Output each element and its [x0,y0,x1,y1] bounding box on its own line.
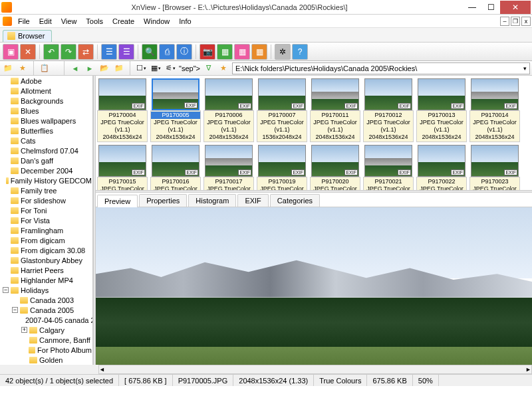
view-list-button[interactable]: ☰ [101,44,117,60]
tree-node[interactable]: Golden [0,355,93,365]
settings-button[interactable]: ✲ [275,44,291,60]
thumbnail[interactable]: EXIFP9170016JPEG TrueColor (v1.1)2048x15… [150,145,201,190]
expand-icon[interactable]: − [3,287,9,293]
copy-icon[interactable]: 📋 [39,62,51,74]
thumbnail[interactable]: EXIFP9170007JPEG TrueColor (v1.1)1536x20… [257,78,307,142]
menu-create[interactable]: Create [108,16,139,27]
refresh-button[interactable]: 📁 [113,62,125,74]
tree-node[interactable]: Glastonbury Abbey [0,255,93,265]
thumbnail[interactable]: EXIFP9170015JPEG TrueColor (v1.1)2048x15… [97,145,148,190]
tree-node[interactable]: Family History GEDCOM [0,175,93,185]
thumbnail[interactable]: EXIFP9170017JPEG TrueColor (v1.1)2048x15… [203,145,254,190]
star-button[interactable]: ★ [217,62,229,74]
tree-node[interactable]: Backgrounds [0,96,93,106]
tree-node[interactable]: 2007-04-05 canada 20 [0,315,93,325]
help-button[interactable]: ? [292,44,308,60]
tree-node[interactable]: Canada 2003 [0,295,93,305]
hscroll-right[interactable]: ► [525,366,531,373]
tree-node[interactable]: Cats [0,136,93,146]
tab-categories[interactable]: Categories [270,194,320,207]
tree-node[interactable]: −Holidays [0,285,93,295]
thumbnail[interactable]: EXIFP9170013JPEG TrueColor (v1.1)2048x15… [416,78,467,142]
thumbnail[interactable]: EXIFP9170022JPEG TrueColor (v1.1)2048x15… [416,145,467,190]
tree-node[interactable]: From digicam [0,235,93,245]
tab-preview[interactable]: Preview [97,195,138,207]
thumb-mode-dropdown[interactable]: ▦ [150,62,162,74]
tree-node[interactable]: For slideshow [0,195,93,205]
tree-node[interactable]: Highlander MP4 [0,275,93,285]
thumbnail[interactable]: EXIFP9170006JPEG TrueColor (v1.1)2048x15… [203,78,254,142]
thumbnail[interactable]: EXIFP9170005JPEG TrueColor (v1.1)2048x15… [150,78,201,142]
thumbnail[interactable]: EXIFP9170011JPEG TrueColor (v1.1)2048x15… [310,78,360,142]
tree-node[interactable]: Adobe [0,76,93,86]
thumbnail[interactable]: EXIFP9170014JPEG TrueColor (v1.1)2048x15… [469,78,520,142]
tree-node[interactable]: From digicam 30.08 [0,245,93,255]
mdi-close-button[interactable]: x [521,17,531,26]
tree-node[interactable]: Family tree [0,185,93,195]
tree-node[interactable]: Blues [0,106,93,116]
mdi-restore-button[interactable]: ❐ [511,17,520,26]
tree-node[interactable]: Harriet Peers [0,265,93,275]
batch-button[interactable]: ▦ [251,44,267,60]
forward-button[interactable]: ► [84,62,96,74]
thumbnail[interactable]: EXIFP9170023JPEG TrueColor (v1.1)1536x20… [469,145,520,190]
expand-icon[interactable]: − [12,307,18,313]
view-mode-dropdown[interactable]: ☐ [135,62,147,74]
tree-node[interactable]: −Canada 2005 [0,305,93,315]
tree-node[interactable]: Framlingham [0,225,93,235]
sort-dropdown[interactable]: ⚟ [164,62,176,74]
tab-exif[interactable]: EXIF [237,194,268,207]
slideshow-button[interactable]: ▦ [217,44,233,60]
close-tool-button[interactable]: ✕ [20,44,36,60]
menu-info[interactable]: Info [174,16,196,27]
menu-tools[interactable]: Tools [81,16,108,27]
thumbnail[interactable]: EXIFP9170012JPEG TrueColor (v1.1)2048x15… [363,78,414,142]
tree-node[interactable]: Allotment [0,86,93,96]
menu-window[interactable]: Window [139,16,174,27]
expand-icon[interactable]: + [21,327,27,333]
tree-node[interactable]: For Toni [0,205,93,215]
thumbnail-grid[interactable]: EXIFP9170004JPEG TrueColor (v1.1)2048x15… [96,76,532,190]
up-button[interactable]: 📂 [98,62,110,74]
favorite-icon[interactable]: ★ [17,62,29,74]
tree-node[interactable]: Chelmsford 07.04 [0,146,93,155]
back-button[interactable]: ◄ [69,62,81,74]
tab-browser[interactable]: Browser [3,30,52,42]
thumbnail[interactable]: EXIFP9170021JPEG TrueColor (v1.1)2048x15… [363,145,414,190]
folder-tree[interactable]: AdobeAllotmentBackgroundsBluesBlues wall… [0,76,93,365]
tree-node[interactable]: Butterflies [0,126,93,136]
tree-node[interactable]: Blues wallpapers [0,116,93,126]
view-details-button[interactable]: ☰ [118,44,134,60]
hscroll-left[interactable]: ◄ [99,366,105,373]
capture-button[interactable]: 📷 [200,44,215,60]
tab-histogram[interactable]: Histogram [188,194,236,207]
convert-button[interactable]: ▦ [234,44,250,60]
fit-button[interactable]: ▣ [3,44,19,60]
minimize-button[interactable]: — [463,1,481,14]
close-button[interactable]: ✕ [500,1,531,14]
menu-edit[interactable]: Edit [35,16,57,27]
filter-button[interactable]: ∇ [203,62,215,74]
preview-pane[interactable] [96,207,532,365]
maximize-button[interactable]: ☐ [481,1,500,14]
rotate-left-button[interactable]: ↶ [43,44,59,60]
tree-node[interactable]: Canmore, Banff [0,335,93,345]
rotate-right-button[interactable]: ↷ [61,44,76,60]
tab-properties[interactable]: Properties [139,194,187,207]
menu-file[interactable]: File [13,16,35,27]
info-button[interactable]: ⓘ [176,44,192,60]
tree-node[interactable]: December 2004 [0,165,93,175]
thumbnail[interactable]: EXIFP9170019JPEG TrueColor (v1.1)2048x15… [257,145,307,190]
flip-button[interactable]: ⇄ [78,44,94,60]
thumbnail[interactable]: EXIFP9170004JPEG TrueColor (v1.1)2048x15… [97,78,148,142]
path-input[interactable]: E:\Nick folders\Pictures\Holidays\Canada… [232,62,530,74]
tree-node[interactable]: For Vista [0,215,93,225]
mdi-minimize-button[interactable]: – [500,17,509,26]
menu-view[interactable]: View [57,16,82,27]
tree-node[interactable]: +Calgary [0,325,93,335]
tree-node[interactable]: For Photo Album [0,345,93,355]
folder-new-icon[interactable]: 📁 [2,62,14,74]
search-button[interactable]: 🔍 [142,44,158,60]
tree-node[interactable]: Dan's gaff [0,155,93,165]
thumbnail[interactable]: EXIFP9170020JPEG TrueColor (v1.1)2048x15… [310,145,360,190]
